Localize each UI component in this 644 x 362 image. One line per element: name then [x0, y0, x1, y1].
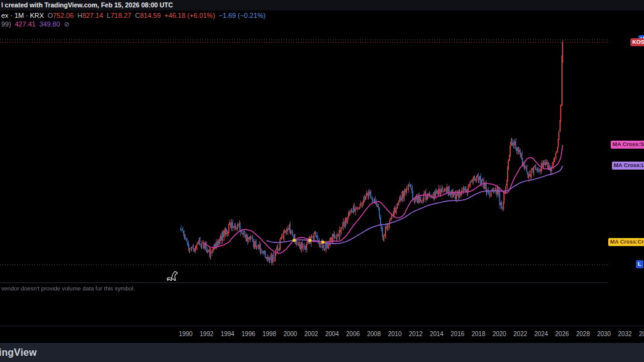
indicator-long-value: 349.80 — [39, 20, 60, 28]
time-axis-label: 2002 — [304, 331, 318, 337]
time-axis-label: 2024 — [534, 331, 548, 337]
time-axis-label: 2032 — [618, 331, 632, 337]
time-axis-label: 1994 — [221, 331, 234, 337]
indicator-title[interactable]: 99) — [1, 20, 11, 28]
footer-bar: ingView — [0, 343, 644, 362]
price-label-low: L — [636, 260, 643, 268]
time-axis-label: 2034 — [639, 331, 644, 337]
ohlc-close-label: C — [135, 12, 140, 19]
time-axis-label: 2006 — [346, 331, 360, 337]
time-axis-label: 1996 — [242, 331, 255, 337]
tradingview-logo[interactable]: ingView — [0, 343, 37, 362]
time-axis-label: 2014 — [430, 331, 444, 337]
time-axis-label: 2010 — [388, 331, 402, 337]
export-watermark: l created with TradingView.com, Feb 15, … — [0, 0, 644, 10]
time-axis-label: 2028 — [576, 331, 590, 337]
time-axis-label: 2022 — [513, 331, 527, 337]
time-axis-label: 1990 — [179, 331, 192, 337]
export-watermark-text: l created with TradingView.com, Feb 15, … — [1, 1, 173, 9]
dinosaur-sticker[interactable] — [166, 268, 181, 284]
ohlc-close-value: 814.59 — [140, 12, 161, 19]
time-axis-label: 2004 — [325, 331, 339, 337]
pane-separator[interactable] — [0, 282, 608, 283]
time-axis-label: 2008 — [367, 331, 381, 337]
ohlc-low-value: 718.27 — [110, 12, 131, 19]
volume-unavailable-message: vendor doesn't provide volume data for t… — [1, 285, 135, 292]
price-label-ma-long: MA Cross:Long — [612, 162, 644, 170]
time-axis-label: 2026 — [555, 331, 569, 337]
time-axis-label: 2030 — [597, 331, 611, 337]
indicator-legend-row: 99) 427.41 349.80 ⊘ — [1, 20, 72, 28]
price-chart-canvas[interactable] — [0, 30, 608, 282]
tradingview-chart-window: l created with TradingView.com, Feb 15, … — [0, 0, 644, 362]
symbol-legend-row: ex · 1M · KRX O752.06 H827.14 L718.27 C8… — [1, 12, 267, 19]
time-axis-label: 1998 — [262, 331, 276, 337]
secondary-change-value: −1.69 (−0.21%) — [219, 12, 266, 19]
price-label-ma-cross: MA Cross:Cr — [608, 238, 644, 246]
time-axis-label: 1992 — [200, 331, 213, 337]
time-axis-label: 2012 — [409, 331, 423, 337]
ohlc-open-label: O — [47, 12, 53, 19]
time-axis-label: 2020 — [492, 331, 506, 337]
ohlc-high-value: 827.14 — [82, 12, 103, 19]
time-axis[interactable]: 1990199219941996199820002002200420062008… — [0, 326, 644, 343]
price-label-ma-short: MA Cross:Short — [611, 141, 644, 149]
time-axis-label: 2018 — [471, 331, 485, 337]
symbol-title[interactable]: ex · 1M · KRX — [1, 12, 44, 19]
indicator-short-value: 427.41 — [15, 20, 36, 28]
time-axis-label: 2000 — [283, 331, 297, 337]
time-axis-label: 2016 — [451, 331, 464, 337]
bar-change-value: +46.18 (+6.01%) — [165, 12, 215, 19]
ohlc-open-value: 752.06 — [53, 12, 74, 19]
price-label-symbol: KOSPI — [630, 38, 644, 46]
indicator-hidden-icon[interactable]: ⊘ — [64, 20, 69, 28]
